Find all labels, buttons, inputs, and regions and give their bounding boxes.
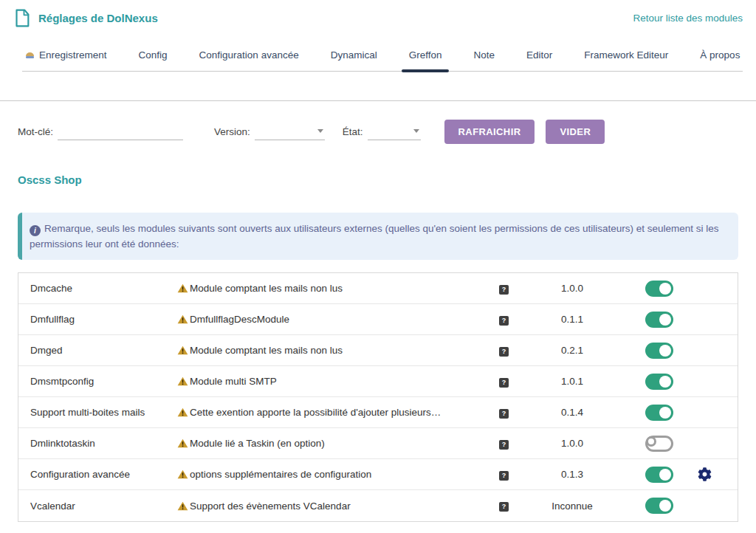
module-description: DmfullflagDescModule bbox=[177, 314, 484, 325]
module-description-text: Module lié a Taskin (en option) bbox=[190, 438, 325, 449]
toggle-knob bbox=[659, 283, 671, 295]
help-icon[interactable]: ? bbox=[499, 502, 509, 512]
warning-icon bbox=[177, 314, 188, 324]
module-description-text: Support des évènements VCalendar bbox=[190, 501, 351, 512]
version-select[interactable] bbox=[255, 124, 325, 140]
module-description: Module multi SMTP bbox=[177, 376, 484, 387]
module-toggle[interactable] bbox=[645, 467, 673, 483]
clear-button[interactable]: VIDER bbox=[546, 120, 605, 144]
warning-icon bbox=[177, 501, 188, 511]
module-description-text: Module multi SMTP bbox=[190, 376, 277, 387]
tab-framework-editeur[interactable]: Framework Editeur bbox=[581, 49, 671, 71]
module-name: Dmlinktotaskin bbox=[18, 438, 177, 449]
table-row: Dmlinktotaskin Module lié a Taskin (en o… bbox=[18, 428, 738, 459]
module-toggle[interactable] bbox=[645, 374, 673, 390]
tab-note[interactable]: Note bbox=[470, 49, 498, 71]
help-icon[interactable]: ? bbox=[499, 440, 509, 450]
module-version: Inconnue bbox=[524, 501, 620, 512]
keyword-input[interactable] bbox=[58, 124, 183, 140]
module-version: 1.0.0 bbox=[524, 283, 620, 294]
warning-icon bbox=[177, 439, 188, 448]
module-toggle[interactable] bbox=[645, 436, 673, 452]
table-row: Dmged Module comptant les mails non lus … bbox=[18, 335, 738, 366]
module-toggle[interactable] bbox=[645, 498, 673, 514]
module-description-text: Cette exention apporte la possibilité d'… bbox=[190, 407, 441, 418]
warning-icon bbox=[177, 470, 188, 479]
warning-icon bbox=[177, 283, 188, 293]
warning-icon bbox=[177, 345, 188, 355]
toggle-knob bbox=[659, 407, 671, 419]
save-icon bbox=[25, 51, 35, 59]
tab-editor[interactable]: Editor bbox=[523, 49, 555, 71]
help-icon[interactable]: ? bbox=[499, 471, 509, 481]
notice-text: iRemarque, seuls les modules suivants so… bbox=[30, 221, 728, 252]
table-row: Dmfullflag DmfullflagDescModule ? 0.1.1 bbox=[18, 304, 738, 335]
table-row: Dmcache Module comptant les mails non lu… bbox=[18, 273, 738, 304]
state-label: État: bbox=[343, 126, 363, 137]
module-description: Support des évènements VCalendar bbox=[177, 501, 484, 512]
table-row: Configuration avancée options supplément… bbox=[18, 459, 738, 490]
module-version: 0.1.1 bbox=[524, 314, 620, 325]
document-icon bbox=[15, 9, 30, 27]
page-title: Réglages de DolNexus bbox=[38, 12, 158, 24]
module-description: Module comptant les mails non lus bbox=[177, 345, 484, 356]
module-name: Dmfullflag bbox=[18, 314, 177, 325]
module-description: Cette exention apporte la possibilité d'… bbox=[177, 407, 484, 418]
table-row: Dmsmtpconfig Module multi SMTP ? 1.0.1 bbox=[18, 366, 738, 397]
toggle-knob bbox=[659, 376, 671, 388]
module-name: Dmsmtpconfig bbox=[18, 376, 177, 387]
module-name: Support multi-boites mails bbox=[18, 407, 177, 418]
page-header: Réglages de DolNexus Retour liste des mo… bbox=[0, 0, 756, 27]
toggle-knob bbox=[659, 500, 671, 512]
module-toggle[interactable] bbox=[645, 405, 673, 421]
help-icon[interactable]: ? bbox=[499, 316, 509, 326]
module-name: Configuration avancée bbox=[18, 469, 177, 480]
help-icon[interactable]: ? bbox=[499, 285, 509, 295]
module-toggle[interactable] bbox=[645, 343, 673, 359]
version-label: Version: bbox=[214, 126, 250, 137]
tab-greffon[interactable]: Greffon bbox=[406, 49, 445, 71]
module-description-text: Module comptant les mails non lus bbox=[190, 345, 343, 356]
tab-dynamical[interactable]: Dynamical bbox=[328, 49, 380, 71]
tab-label: Editor bbox=[526, 49, 552, 61]
module-name: Vcalendar bbox=[18, 501, 177, 512]
modules-table: Dmcache Module comptant les mails non lu… bbox=[18, 272, 738, 522]
module-name: Dmcache bbox=[18, 283, 177, 294]
tab-config[interactable]: Config bbox=[136, 49, 171, 71]
tab-label: Configuration avancée bbox=[199, 49, 299, 61]
info-icon: i bbox=[30, 225, 41, 236]
module-toggle[interactable] bbox=[645, 281, 673, 297]
gear-icon[interactable] bbox=[698, 467, 712, 481]
chevron-down-icon bbox=[413, 129, 419, 133]
help-icon[interactable]: ? bbox=[499, 347, 509, 357]
module-toggle[interactable] bbox=[645, 312, 673, 328]
notice-box: iRemarque, seuls les modules suivants so… bbox=[18, 213, 738, 260]
tab-label: Enregistrement bbox=[39, 49, 107, 61]
help-icon[interactable]: ? bbox=[499, 378, 509, 388]
tab-propos[interactable]: À propos bbox=[697, 49, 743, 71]
chevron-down-icon bbox=[317, 129, 323, 133]
tab-label: Config bbox=[139, 49, 168, 61]
keyword-label: Mot-clé: bbox=[18, 126, 53, 137]
state-select[interactable] bbox=[368, 124, 421, 140]
toggle-knob bbox=[659, 345, 671, 357]
help-icon[interactable]: ? bbox=[499, 409, 509, 419]
table-row: Support multi-boites mails Cette exentio… bbox=[18, 397, 738, 428]
tab-label: Framework Editeur bbox=[584, 49, 668, 61]
tab-enregistrement[interactable]: Enregistrement bbox=[22, 49, 110, 71]
toggle-knob bbox=[659, 469, 671, 481]
module-version: 0.2.1 bbox=[524, 345, 620, 356]
module-description: options supplémentaires de configuration bbox=[177, 469, 484, 480]
module-description: Module lié a Taskin (en option) bbox=[177, 438, 484, 449]
warning-icon bbox=[177, 376, 188, 386]
tab-label: À propos bbox=[700, 49, 740, 61]
module-version: 0.1.3 bbox=[524, 469, 620, 480]
module-version: 0.1.4 bbox=[524, 407, 620, 418]
back-to-modules-link[interactable]: Retour liste des modules bbox=[633, 13, 743, 24]
toggle-knob bbox=[646, 436, 656, 447]
refresh-button[interactable]: RAFRAICHIR bbox=[444, 120, 535, 144]
tab-configuration-avanc-e[interactable]: Configuration avancée bbox=[196, 49, 302, 71]
tab-label: Dynamical bbox=[331, 49, 377, 61]
module-description-text: Module comptant les mails non lus bbox=[190, 283, 343, 294]
table-row: Vcalendar Support des évènements VCalend… bbox=[18, 490, 738, 521]
